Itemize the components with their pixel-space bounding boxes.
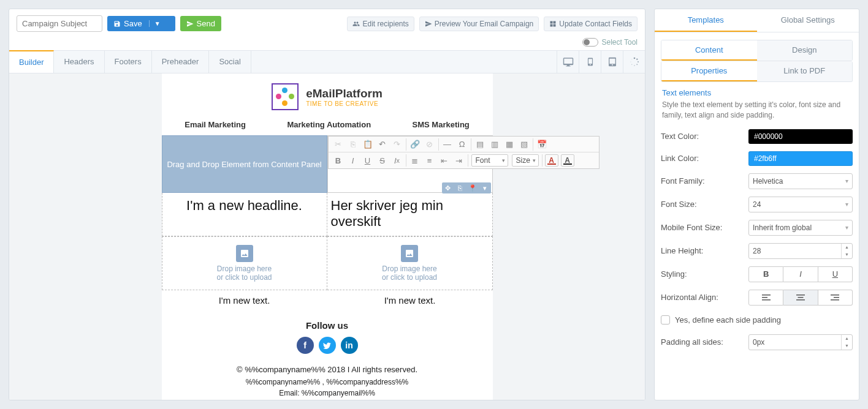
save-button[interactable]: Save ▼ (107, 16, 175, 31)
style-italic-button[interactable]: I (783, 266, 818, 282)
svg-point-5 (631, 64, 632, 65)
label-mobile-font-size: Mobile Font Size: (661, 223, 722, 232)
omega-icon[interactable]: Ω (455, 138, 470, 151)
align-center-button[interactable] (783, 290, 818, 306)
unlink-icon[interactable]: ⊘ (422, 138, 437, 151)
linkedin-icon[interactable]: in (341, 337, 358, 354)
copy-icon[interactable]: ⎘ (346, 138, 360, 151)
list-bullet-icon[interactable]: ≣ (408, 154, 422, 167)
image-drop-label-1: Drop image here (217, 265, 272, 273)
indent-icon[interactable]: ⇥ (452, 154, 466, 167)
tab-link-to-pdf[interactable]: Link to PDF (757, 61, 853, 81)
size-select[interactable]: Size (512, 154, 539, 167)
move-handle-icon[interactable]: ✥ (442, 182, 454, 193)
per-side-padding-checkbox[interactable] (661, 315, 670, 325)
align-right-block-icon[interactable]: ▦ (502, 138, 517, 151)
send-button[interactable]: Send (180, 16, 221, 31)
link-icon[interactable]: 🔗 (408, 138, 422, 151)
selected-text-element[interactable]: ✂ ⎘ 📋 ↶ ↷ 🔗 ⊘ ― (327, 135, 493, 193)
list-number-icon[interactable]: ≡ (422, 154, 437, 167)
text-right[interactable]: I'm new text. (327, 290, 493, 310)
line-height-stepper[interactable]: 28 ▲▼ (748, 243, 853, 259)
pin-icon[interactable]: 📍 (466, 182, 479, 193)
tab-templates[interactable]: Templates (655, 9, 757, 32)
padding-all-stepper[interactable]: 0px ▲▼ (748, 334, 853, 350)
font-select[interactable]: Font (471, 154, 508, 167)
paste-icon[interactable]: 📋 (360, 138, 375, 151)
tab-social[interactable]: Social (209, 51, 251, 73)
svg-rect-8 (762, 295, 771, 296)
svg-rect-12 (798, 297, 803, 298)
svg-point-1 (636, 59, 638, 60)
section-desc: Style the text element by setting it's c… (661, 100, 853, 126)
headline-right[interactable]: Her skriver jeg min overskift (327, 193, 493, 236)
image-drop-right[interactable]: Drop image here or click to upload (327, 236, 493, 290)
style-underline-button[interactable]: U (818, 266, 853, 282)
clear-format-icon[interactable]: Ix (390, 154, 405, 167)
chevron-down-icon[interactable]: ▼ (842, 342, 852, 350)
campaign-subject-input[interactable] (17, 15, 102, 32)
edit-recipients-button[interactable]: Edit recipients (347, 17, 414, 31)
outdent-icon[interactable]: ⇤ (437, 154, 452, 167)
chevron-down-icon[interactable]: ▼ (842, 251, 852, 258)
strike-icon[interactable]: S (375, 154, 390, 167)
twitter-icon[interactable] (319, 337, 336, 354)
tab-footers[interactable]: Footers (105, 51, 152, 73)
text-color-swatch[interactable]: #000000 (748, 129, 853, 144)
chevron-up-icon[interactable]: ▲ (842, 244, 852, 251)
duplicate-icon[interactable]: ⎘ (454, 182, 466, 193)
font-family-select[interactable]: Helvetica (748, 173, 853, 189)
drop-zone-left[interactable]: Drag and Drop Element from Content Panel (162, 135, 327, 193)
justify-block-icon[interactable]: ▧ (517, 138, 531, 151)
logo-title: eMailPlatform (306, 87, 383, 100)
chevron-up-icon[interactable]: ▲ (842, 335, 852, 342)
tab-headers[interactable]: Headers (54, 51, 104, 73)
navlink-marketing-automation[interactable]: Marketing Automation (287, 120, 371, 129)
update-contacts-button[interactable]: Update Contact Fields (544, 17, 638, 31)
save-dropdown-caret[interactable]: ▼ (149, 20, 161, 27)
hr-icon[interactable]: ― (440, 138, 455, 151)
loading-icon[interactable] (623, 51, 645, 73)
select-tool-toggle[interactable] (582, 38, 598, 47)
calendar-icon[interactable]: 📅 (535, 138, 549, 151)
save-icon (113, 20, 121, 28)
mobile-font-size-select[interactable]: Inherit from global (748, 220, 853, 236)
underline-icon[interactable]: U (360, 154, 375, 167)
bold-icon[interactable]: B (331, 154, 346, 167)
align-right-button[interactable] (818, 290, 853, 306)
navlink-email-marketing[interactable]: Email Marketing (185, 120, 246, 129)
tab-global-settings[interactable]: Global Settings (757, 9, 859, 32)
style-bold-button[interactable]: B (748, 266, 783, 282)
chevron-down-icon[interactable]: ▾ (479, 182, 491, 193)
tab-properties[interactable]: Properties (661, 61, 757, 81)
desktop-view-button[interactable] (557, 51, 579, 73)
text-left[interactable]: I'm new text. (162, 290, 327, 310)
bg-color-picker[interactable]: A (561, 154, 574, 167)
redo-icon[interactable]: ↷ (390, 138, 405, 151)
tab-preheader[interactable]: Preheader (152, 51, 210, 73)
svg-rect-10 (762, 299, 771, 301)
drop-zone-label: Drag and Drop Element from Content Panel (167, 160, 321, 169)
navlink-sms-marketing[interactable]: SMS Marketing (413, 120, 470, 129)
image-drop-left[interactable]: Drop image here or click to upload (162, 236, 327, 290)
svg-point-0 (633, 58, 635, 59)
cut-icon[interactable]: ✂ (331, 138, 346, 151)
label-link-color: Link Color: (661, 154, 699, 163)
headline-left[interactable]: I'm a new headline. (162, 193, 327, 236)
mobile-view-button[interactable] (579, 51, 601, 73)
tab-builder[interactable]: Builder (9, 50, 54, 73)
tab-content[interactable]: Content (661, 40, 757, 61)
italic-icon[interactable]: I (346, 154, 360, 167)
align-center-block-icon[interactable]: ▥ (487, 138, 502, 151)
save-label: Save (124, 19, 142, 28)
align-left-button[interactable] (748, 290, 783, 306)
text-color-picker[interactable]: A (545, 154, 558, 167)
tablet-view-button[interactable] (601, 51, 623, 73)
font-size-select[interactable]: 24 (748, 197, 853, 212)
undo-icon[interactable]: ↶ (375, 138, 390, 151)
facebook-icon[interactable]: f (297, 337, 314, 354)
tab-design[interactable]: Design (757, 40, 853, 61)
align-left-block-icon[interactable]: ▤ (473, 138, 487, 151)
preview-campaign-button[interactable]: Preview Your Email Campaign (419, 17, 539, 31)
link-color-swatch[interactable]: #2fb6ff (748, 151, 853, 166)
